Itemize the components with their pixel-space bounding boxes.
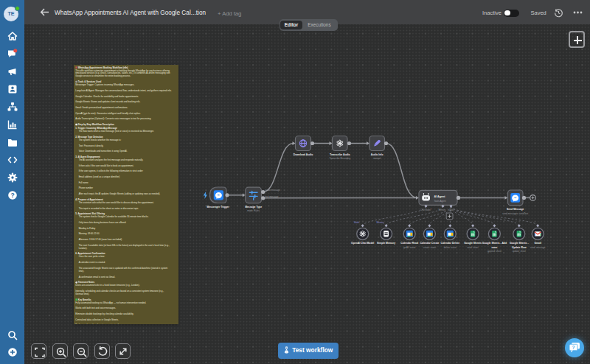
svg-text:Transcribe Audio: Transcribe Audio (330, 153, 350, 156)
svg-text:Chat Model*: Chat Model* (420, 209, 431, 211)
svg-text:Google Sheets - Add: Google Sheets - Add (482, 242, 507, 245)
svg-text:audio message: audio message (266, 189, 281, 192)
svg-text:Google Sheets -: Google Sheets - (510, 242, 529, 245)
svg-text:create: event: create: event (423, 246, 437, 249)
svg-text:Gmail: Gmail (534, 242, 541, 245)
svg-text:rows: rows (491, 246, 497, 249)
svg-text:send-messages: sendText: send-messages: sendText (502, 212, 528, 215)
svg-text:read: sheet: read: sheet (468, 246, 479, 249)
svg-text:Tool: Tool (449, 209, 453, 211)
svg-text:OpenAI Chat Model: OpenAI Chat Model (351, 242, 374, 245)
svg-text:?: ? (10, 192, 14, 199)
svg-text:update: sheet: update: sheet (513, 250, 526, 253)
svg-text:Calendar Delete: Calendar Delete (440, 242, 459, 245)
svg-text:AI Agent: AI Agent (434, 195, 446, 198)
svg-text:send: message: send: message (530, 246, 546, 249)
svg-text:manual: manual (373, 157, 381, 160)
svg-text:Memory: Memory (377, 221, 385, 224)
svg-text:delete: event: delete: event (444, 246, 457, 249)
svg-text:Transcribe Recording: Transcribe Recording (330, 157, 351, 160)
svg-text:text message: text message (266, 195, 279, 198)
svg-text:Memory: Memory (439, 209, 446, 211)
svg-text:Audio Info: Audio Info (371, 153, 384, 156)
svg-text:Calendar Create: Calendar Create (420, 242, 439, 245)
svg-text:Google Sheets: Google Sheets (464, 242, 482, 245)
svg-text:Message Type: Message Type (245, 206, 262, 209)
svg-text:Model: Model (354, 221, 360, 224)
svg-text:Tools Agent: Tools Agent (434, 200, 446, 203)
svg-text:?: ? (572, 345, 575, 350)
svg-text:Messenger Trigger: Messenger Trigger (207, 206, 230, 209)
svg-text:Send Message: Send Message (507, 208, 524, 211)
svg-text:getAll: event: getAll: event (403, 246, 416, 249)
svg-text:Simple Memory: Simple Memory (377, 242, 395, 245)
svg-text:mode: Rules: mode: Rules (247, 209, 260, 212)
svg-text:Download Audio: Download Audio (294, 153, 313, 156)
svg-text:Update Row: Update Row (512, 246, 527, 249)
svg-text:Calendar Read: Calendar Read (400, 242, 418, 245)
svg-text:append: sheet: append: sheet (487, 250, 502, 253)
